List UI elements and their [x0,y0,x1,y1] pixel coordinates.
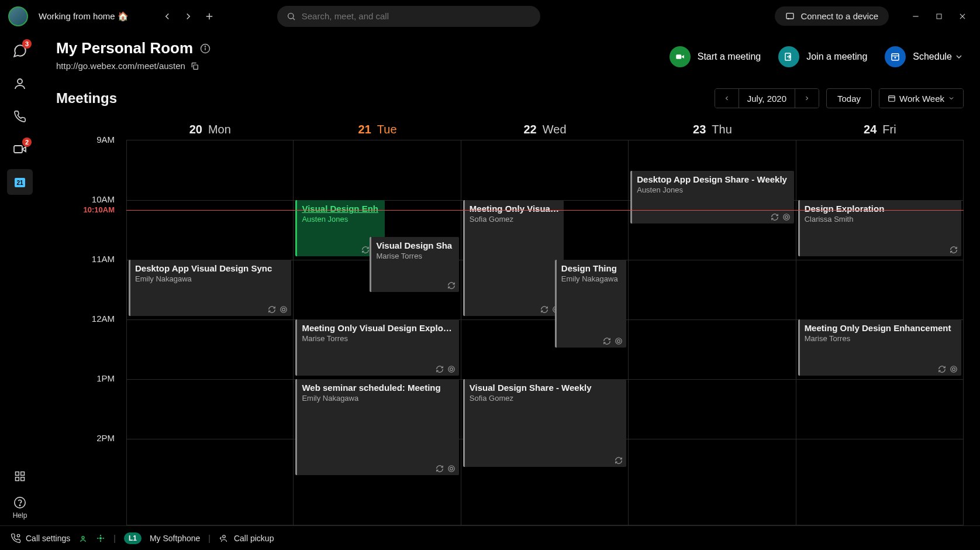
svg-line-3 [293,18,295,20]
day-column[interactable]: Desktop App Design Share - WeeklyAusten … [629,140,796,525]
schedule-button[interactable]: Schedule [885,46,964,67]
calendar-event[interactable]: Desktop App Design Share - WeeklyAusten … [630,171,793,224]
sidebar-item-calls[interactable] [7,104,33,129]
event-title: Design Thing [561,263,622,273]
presence-status[interactable]: Working from home 🏠 [39,11,129,22]
calendar-event[interactable]: Desktop App Visual Design SyncEmily Naka… [129,260,291,316]
nav-forward-button[interactable] [179,7,198,26]
schedule-label: Schedule [913,51,952,62]
window-maximize-button[interactable] [930,7,948,26]
copy-icon[interactable] [190,61,199,71]
space-icon [447,465,456,473]
signal-status-icon[interactable] [96,534,105,543]
day-header[interactable]: 20Mon [126,119,294,140]
recur-icon [268,305,276,314]
cast-icon [785,12,795,21]
today-button[interactable]: Today [826,88,872,108]
day-header[interactable]: 21Tue [294,119,461,140]
sidebar-item-apps[interactable] [7,463,33,489]
connect-device-button[interactable]: Connect to a device [775,6,889,26]
sidebar-item-help[interactable]: Help [13,496,27,525]
event-title: Desktop App Visual Design Sync [135,263,287,273]
day-column[interactable]: Design ExplorationClarissa SmithMeeting … [796,140,964,525]
calendar-event[interactable]: Design ExplorationClarissa Smith [798,200,961,256]
messages-badge: 3 [22,39,32,49]
day-number: 23 [693,123,706,136]
recur-icon [615,456,623,465]
calendar-event[interactable]: Visual Design ShaMarise Torres [370,237,458,292]
calendar-event[interactable]: Visual Design Share - WeeklySofia Gomez [463,379,626,467]
person-icon [13,77,27,91]
day-number: 24 [864,123,877,136]
avatar[interactable] [8,6,28,26]
new-tab-button[interactable] [200,7,219,26]
event-host: Clarissa Smith [805,215,957,224]
line-badge[interactable]: L1 [124,532,142,544]
svg-rect-18 [21,477,25,481]
event-icons [447,281,456,290]
svg-rect-33 [889,96,895,101]
window-close-button[interactable] [953,7,972,26]
room-title: My Personal Room [56,39,193,57]
phone-gear-icon [11,533,21,544]
event-title: Design Exploration [805,204,957,214]
join-icon [784,51,794,62]
sidebar-item-calendar[interactable]: 21 [7,169,33,195]
info-icon[interactable] [200,43,211,54]
svg-point-47 [783,214,789,221]
softphone-label[interactable]: My Softphone [150,534,200,543]
time-label: 9AM [56,135,126,194]
audio-status-icon[interactable] [78,534,88,543]
help-label: Help [13,511,27,520]
day-number: 22 [524,123,537,136]
event-host: Emily Nakagawa [302,394,454,403]
svg-rect-16 [21,472,25,476]
join-meeting-button[interactable]: Join a meeting [778,46,867,67]
svg-point-20 [19,505,20,506]
day-number: 21 [358,123,371,136]
sidebar-item-contacts[interactable] [7,71,33,97]
svg-rect-25 [676,54,681,59]
svg-rect-15 [16,472,19,476]
svg-marker-26 [681,55,684,59]
search-input[interactable] [302,11,531,21]
connect-device-label: Connect to a device [800,11,878,21]
recur-icon [361,246,370,254]
calendar-event[interactable]: Design ThingEmily Nakagawa [555,260,626,348]
call-pickup-button[interactable]: Call pickup [219,533,274,544]
calendar-event[interactable]: Meeting Only Visual ESofia Gomez [463,200,564,316]
sidebar-item-meetings[interactable]: 2 [7,136,33,162]
day-column[interactable]: Meeting Only Visual ESofia GomezDesign T… [461,140,629,525]
event-title: Meeting Only Visual Design Explorati [302,323,454,333]
calendar-event[interactable]: Web seminar scheduled: MeetingEmily Naka… [295,379,458,475]
time-label: 11AM [56,254,126,314]
svg-point-50 [953,368,955,371]
room-url[interactable]: http://go.webex.com/meet/austen [56,61,185,71]
nav-back-button[interactable] [158,7,177,26]
calendar-event[interactable]: Meeting Only Visual Design ExploratiMari… [295,319,458,376]
next-month-button[interactable] [795,89,819,108]
prev-month-button[interactable] [715,89,739,108]
help-icon [13,496,26,509]
call-settings-button[interactable]: Call settings [11,533,70,544]
day-header[interactable]: 24Fri [796,119,964,140]
recur-icon [771,213,779,221]
window-minimize-button[interactable] [906,7,925,26]
month-label[interactable]: July, 2020 [739,89,795,108]
day-column[interactable]: Desktop App Visual Design SyncEmily Naka… [126,140,294,525]
sidebar-item-messages[interactable]: 3 [7,38,33,64]
calendar-small-icon [888,94,896,102]
space-icon [279,305,288,314]
calendar-event[interactable]: Meeting Only Design EnhancementMarise To… [798,319,961,376]
search-box[interactable] [277,6,540,27]
day-header[interactable]: 22Wed [461,119,629,140]
view-selector[interactable]: Work Week [879,89,963,108]
phone-icon [13,110,26,123]
chevron-down-icon [948,95,955,102]
svg-point-42 [450,468,453,470]
event-title: Meeting Only Visual E [470,204,559,214]
start-meeting-button[interactable]: Start a meeting [670,46,761,67]
meetings-heading: Meetings [56,90,117,106]
day-header[interactable]: 23Thu [629,119,796,140]
day-column[interactable]: Visual Design EnhAusten JonesVisual Desi… [294,140,461,525]
